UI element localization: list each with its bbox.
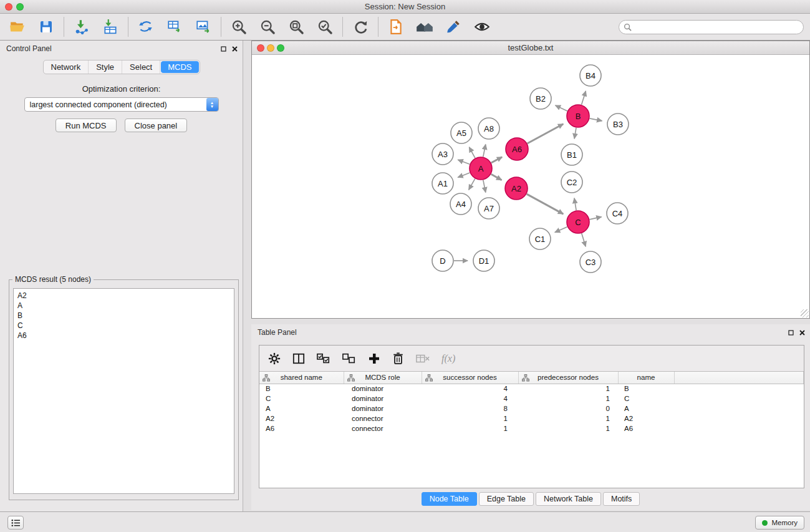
refresh-layout-button[interactable] xyxy=(351,17,370,36)
close-panel-icon[interactable] xyxy=(799,330,805,336)
graph-node-B2[interactable]: B2 xyxy=(530,88,551,109)
graph-node-C4[interactable]: C4 xyxy=(607,203,628,224)
show-columns-icon[interactable] xyxy=(292,352,305,365)
graph-node-A8[interactable]: A8 xyxy=(478,118,499,139)
graph-edge-A6-B[interactable] xyxy=(528,124,564,143)
export-table-button[interactable] xyxy=(165,17,184,36)
tab-edge-table[interactable]: Edge Table xyxy=(479,492,534,506)
graph-node-A1[interactable]: A1 xyxy=(432,173,453,194)
graph-edge-A-A8[interactable] xyxy=(483,145,486,157)
graph-edge-B-B1[interactable] xyxy=(574,128,576,139)
tab-motifs[interactable]: Motifs xyxy=(603,492,640,506)
save-session-button[interactable] xyxy=(37,17,55,36)
graph-node-A[interactable]: A xyxy=(470,157,492,180)
graph-edge-A-A3[interactable] xyxy=(458,160,470,164)
search-box[interactable] xyxy=(619,20,804,34)
column-header-name[interactable]: name xyxy=(618,372,674,384)
graph-edge-B-B3[interactable] xyxy=(590,118,602,121)
resize-grip-icon[interactable] xyxy=(801,309,809,317)
graph-edge-A-A6[interactable] xyxy=(491,157,502,163)
graph-edge-B-B2[interactable] xyxy=(556,105,567,111)
graph-node-B[interactable]: B xyxy=(567,105,589,127)
graph-edge-C-C3[interactable] xyxy=(582,233,586,246)
search-input[interactable] xyxy=(634,21,803,34)
zoom-fit-button[interactable] xyxy=(287,17,306,36)
column-header-shared-name[interactable]: shared name xyxy=(259,372,344,384)
optimization-criterion-select[interactable]: largest connected component (directed) ▲… xyxy=(24,97,219,112)
table-row[interactable]: Cdominator41C xyxy=(259,394,804,404)
graph-node-B3[interactable]: B3 xyxy=(607,114,629,135)
close-panel-button[interactable]: Close panel xyxy=(125,118,188,132)
graph-edge-C-C2[interactable] xyxy=(574,198,576,211)
graph-node-D[interactable]: D xyxy=(432,250,453,271)
graph-node-D1[interactable]: D1 xyxy=(473,250,494,271)
style-brush-button[interactable] xyxy=(444,17,463,36)
graph-edge-C-C4[interactable] xyxy=(590,217,602,220)
tab-select[interactable]: Select xyxy=(122,60,160,74)
graph-node-C1[interactable]: C1 xyxy=(529,228,551,249)
function-builder-icon[interactable]: f(x) xyxy=(441,353,455,364)
column-header-predecessor-nodes[interactable]: predecessor nodes xyxy=(518,372,618,384)
graph-node-A7[interactable]: A7 xyxy=(478,198,499,219)
tab-style[interactable]: Style xyxy=(89,60,122,74)
home-view-button[interactable] xyxy=(415,17,434,36)
graph-node-B4[interactable]: B4 xyxy=(580,65,601,86)
graph-edge-A-A4[interactable] xyxy=(469,179,475,190)
graph-edge-A-A2[interactable] xyxy=(491,174,502,180)
export-document-button[interactable] xyxy=(387,17,405,36)
graph-node-A6[interactable]: A6 xyxy=(506,138,528,160)
memory-button[interactable]: Memory xyxy=(755,516,804,530)
graph-node-C[interactable]: C xyxy=(567,211,589,233)
select-all-icon[interactable] xyxy=(317,353,330,364)
import-network-button[interactable] xyxy=(72,17,91,36)
tab-mcds[interactable]: MCDS xyxy=(161,61,198,73)
graph-node-C3[interactable]: C3 xyxy=(580,251,601,273)
graph-node-C2[interactable]: C2 xyxy=(561,172,582,193)
tab-network[interactable]: Network xyxy=(43,60,89,74)
graph-edge-B-B4[interactable] xyxy=(582,91,586,105)
graph-node-A3[interactable]: A3 xyxy=(432,143,453,165)
export-image-button[interactable] xyxy=(194,17,213,36)
graph-node-A5[interactable]: A5 xyxy=(451,122,472,143)
tab-network-table[interactable]: Network Table xyxy=(536,492,601,506)
graph-node-B1[interactable]: B1 xyxy=(561,144,582,165)
graph-node-A2[interactable]: A2 xyxy=(505,177,528,200)
column-header-mcds-role[interactable]: MCDS role xyxy=(344,372,422,384)
task-history-button[interactable] xyxy=(7,516,24,530)
graph-node-A4[interactable]: A4 xyxy=(450,193,471,215)
delete-column-icon[interactable] xyxy=(392,352,404,365)
zoom-in-button[interactable] xyxy=(229,17,248,36)
show-hide-button[interactable] xyxy=(473,17,491,36)
table-settings-gear-icon[interactable] xyxy=(268,352,281,365)
add-column-icon[interactable] xyxy=(368,352,380,365)
table-row[interactable]: A6connector11A6 xyxy=(259,423,804,433)
deselect-all-icon[interactable] xyxy=(342,353,356,364)
mcds-result-item[interactable]: A6 xyxy=(16,331,231,341)
float-panel-icon[interactable] xyxy=(788,330,794,336)
network-canvas[interactable]: B4B2BB3A5A8A6B1A3AA1C2A2A4A7C4CC1C3DD1 xyxy=(252,55,809,318)
zoom-out-button[interactable] xyxy=(258,17,277,36)
table-row[interactable]: Bdominator41B xyxy=(259,384,804,394)
mcds-result-list[interactable]: A2ABCA6 xyxy=(13,288,234,494)
table-row[interactable]: A2connector11A2 xyxy=(259,414,804,423)
table-row[interactable]: Adominator80A xyxy=(259,404,804,414)
mcds-result-item[interactable]: A2 xyxy=(16,291,231,301)
mcds-result-item[interactable]: B xyxy=(16,311,231,321)
graph-edge-A2-C[interactable] xyxy=(527,194,564,214)
open-session-button[interactable] xyxy=(8,17,27,36)
new-network-button[interactable] xyxy=(137,17,155,36)
run-mcds-button[interactable]: Run MCDS xyxy=(55,118,117,132)
graph-edge-A-A7[interactable] xyxy=(483,180,486,193)
graph-edge-C-C1[interactable] xyxy=(555,227,567,233)
zoom-selected-button[interactable] xyxy=(316,17,334,36)
mcds-result-item[interactable]: A xyxy=(16,301,231,311)
graph-edge-A-A1[interactable] xyxy=(458,173,470,178)
close-panel-icon[interactable] xyxy=(232,46,238,52)
delete-table-icon[interactable] xyxy=(416,354,430,364)
graph-edge-A-A5[interactable] xyxy=(469,147,475,158)
float-panel-icon[interactable] xyxy=(221,46,226,52)
mcds-result-item[interactable]: C xyxy=(16,321,231,331)
column-header-successor-nodes[interactable]: successor nodes xyxy=(422,372,518,384)
tab-node-table[interactable]: Node Table xyxy=(422,492,477,506)
import-table-button[interactable] xyxy=(101,17,120,36)
